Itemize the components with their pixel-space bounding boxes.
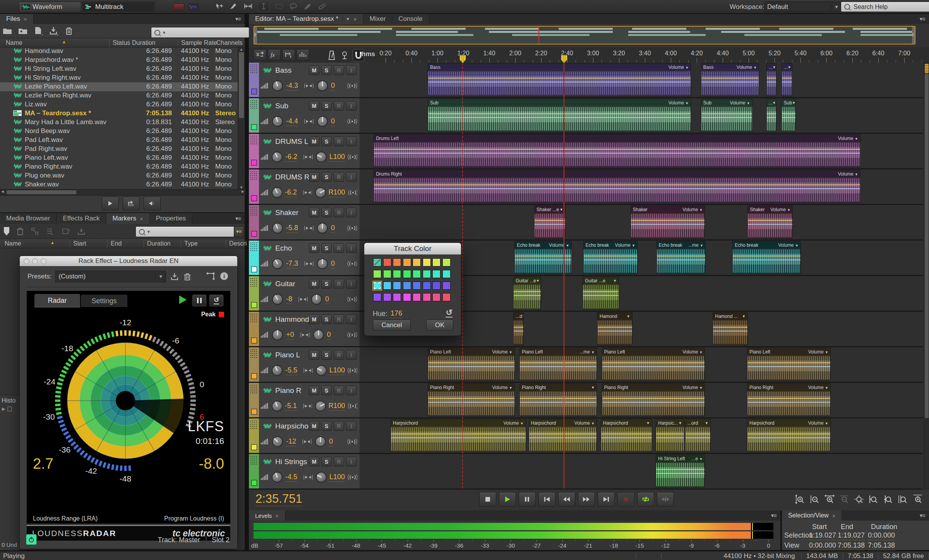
column-duration[interactable]: Duration bbox=[129, 39, 155, 46]
color-swatch[interactable] bbox=[373, 293, 381, 301]
pan-envelope[interactable] bbox=[747, 437, 830, 438]
metronome-icon[interactable] bbox=[327, 50, 336, 61]
clip-volume-label[interactable]: Volume ▼ bbox=[737, 65, 757, 70]
open-file-icon[interactable] bbox=[2, 26, 12, 36]
file-row[interactable]: MA – Teardrop.sesx * 7:05.138 44100 Hz S… bbox=[0, 109, 238, 118]
color-swatch[interactable] bbox=[413, 258, 421, 266]
clip-volume-label[interactable]: Volume ▼ bbox=[778, 242, 799, 248]
volume-envelope[interactable] bbox=[701, 78, 759, 79]
record-arm-button[interactable]: R bbox=[334, 386, 344, 395]
metering-icon[interactable] bbox=[297, 49, 309, 60]
trash-icon[interactable] bbox=[16, 227, 24, 236]
color-swatch[interactable] bbox=[442, 258, 451, 266]
waveform-button[interactable]: Waveform bbox=[19, 2, 81, 12]
zoom-out-point-button[interactable] bbox=[882, 493, 895, 506]
zoom-out-vertical-button[interactable] bbox=[808, 493, 821, 506]
knob[interactable] bbox=[272, 80, 283, 92]
pan-value[interactable]: 0 bbox=[327, 331, 331, 340]
volume-envelope[interactable] bbox=[583, 291, 619, 292]
pan-envelope[interactable] bbox=[701, 117, 752, 118]
panel-menu-icon[interactable]: ▾≡ bbox=[920, 15, 929, 22]
volume-envelope[interactable] bbox=[686, 434, 710, 434]
pan-value[interactable]: R100 bbox=[329, 188, 345, 197]
solo-button[interactable]: S bbox=[321, 172, 332, 182]
color-swatch[interactable] bbox=[383, 282, 391, 290]
clip[interactable]: SubVolume ▼ bbox=[701, 99, 752, 132]
import-markers-icon[interactable] bbox=[77, 227, 86, 236]
close-icon[interactable]: × bbox=[24, 16, 27, 22]
color-swatch[interactable] bbox=[423, 258, 431, 266]
clip-volume-label[interactable]: Volume ▼ bbox=[549, 242, 569, 248]
clip[interactable]: Echo breakVolume ▼ bbox=[732, 241, 801, 274]
volume-envelope[interactable] bbox=[747, 398, 830, 399]
automation-read-icon[interactable] bbox=[347, 82, 357, 90]
pan-envelope[interactable] bbox=[747, 402, 830, 403]
tab-properties[interactable]: Properties bbox=[150, 213, 192, 224]
volume-envelope[interactable] bbox=[391, 434, 526, 434]
track-lane-harpsichord[interactable]: HarpsichordVolume ▼ HarpsichordVolume ▼ … bbox=[360, 418, 923, 454]
color-swatch[interactable] bbox=[383, 293, 391, 301]
selview-value[interactable]: 0:00.000 bbox=[868, 531, 895, 540]
time-selection-tool-icon[interactable] bbox=[258, 1, 269, 12]
file-row[interactable]: Pad Left.wav 6:26.489 44100 Hz Mono bbox=[0, 136, 238, 145]
track-name[interactable]: DRUMS L bbox=[263, 137, 309, 146]
automation-read-icon[interactable] bbox=[348, 153, 357, 161]
close-icon[interactable]: × bbox=[832, 512, 836, 519]
pan-envelope[interactable] bbox=[428, 402, 514, 403]
clip[interactable]: ...▼ bbox=[766, 63, 777, 96]
pan-value[interactable]: 0 bbox=[331, 117, 335, 126]
pan-value[interactable]: L100 bbox=[329, 366, 345, 375]
knob[interactable] bbox=[272, 222, 283, 234]
track-color-strip[interactable] bbox=[249, 63, 259, 97]
search-help-box[interactable]: Search Help bbox=[841, 2, 929, 12]
playhead-line[interactable] bbox=[564, 63, 564, 488]
volume-envelope[interactable] bbox=[767, 113, 776, 114]
track-color-square[interactable] bbox=[251, 409, 257, 415]
move-tool-icon[interactable] bbox=[215, 2, 224, 10]
record-arm-button[interactable]: R bbox=[334, 421, 344, 431]
selview-value[interactable]: 1:19.027 bbox=[809, 531, 836, 540]
chevron-down-icon[interactable]: ▼ bbox=[679, 421, 682, 425]
stop-button[interactable] bbox=[479, 492, 496, 507]
dialog-titlebar[interactable]: Track Color bbox=[364, 243, 461, 254]
volume-envelope[interactable] bbox=[733, 256, 800, 256]
close-icon[interactable]: × bbox=[353, 16, 357, 22]
volume-value[interactable]: -4.4 bbox=[286, 117, 298, 126]
track-header-piano-r[interactable]: Piano R MSRI -5.1 R100 bbox=[249, 383, 360, 418]
markers-list-icon[interactable]: ▾≡ bbox=[234, 226, 244, 237]
markers-column-name[interactable]: Name bbox=[5, 240, 21, 247]
fx-icon[interactable]: fx bbox=[268, 49, 281, 60]
zoom-full-button[interactable] bbox=[911, 493, 924, 506]
overview-left-handle[interactable]: || bbox=[254, 27, 257, 44]
automation-read-icon[interactable] bbox=[347, 331, 357, 339]
track-lane-sub[interactable]: SubVolume ▼ SubVolume ▼ ...▼ Sub▼ bbox=[360, 98, 923, 134]
timecode-display[interactable]: 2:35.751 bbox=[255, 492, 302, 506]
pan-envelope[interactable] bbox=[767, 82, 776, 82]
solo-button[interactable]: S bbox=[321, 386, 332, 395]
volume-envelope[interactable] bbox=[657, 256, 705, 256]
pan-value[interactable]: 0 bbox=[329, 437, 333, 446]
volume-envelope[interactable] bbox=[428, 398, 514, 399]
knob[interactable] bbox=[272, 436, 283, 447]
ok-button[interactable]: OK bbox=[426, 319, 453, 331]
mute-button[interactable]: M bbox=[309, 208, 319, 217]
waveform-display-icon[interactable] bbox=[188, 3, 199, 11]
pan-envelope[interactable] bbox=[602, 366, 705, 367]
knob[interactable] bbox=[271, 471, 283, 483]
knob[interactable] bbox=[315, 400, 326, 412]
color-swatch[interactable] bbox=[383, 270, 391, 278]
color-swatch[interactable] bbox=[383, 258, 391, 266]
files-vscrollbar[interactable]: ▲▼ bbox=[238, 47, 245, 190]
color-swatch[interactable] bbox=[403, 270, 411, 278]
clip[interactable]: Piano LeftVolume ▼ bbox=[602, 348, 705, 381]
pan-value[interactable]: L100 bbox=[329, 153, 345, 162]
track-name[interactable]: Echo bbox=[263, 244, 292, 253]
volume-envelope[interactable] bbox=[520, 398, 596, 399]
input-monitor-button[interactable]: I bbox=[346, 137, 357, 146]
clip[interactable]: Piano RightVolume ▼ bbox=[747, 383, 831, 417]
file-row[interactable]: Hamond.wav 6:26.489 44100 Hz Mono bbox=[0, 47, 238, 56]
input-monitor-button[interactable]: I bbox=[346, 279, 357, 289]
tab-settings[interactable]: Settings bbox=[81, 295, 127, 307]
file-row[interactable]: Hi String Left.wav 6:26.489 44100 Hz Mon… bbox=[0, 65, 238, 73]
knob[interactable] bbox=[315, 187, 326, 198]
